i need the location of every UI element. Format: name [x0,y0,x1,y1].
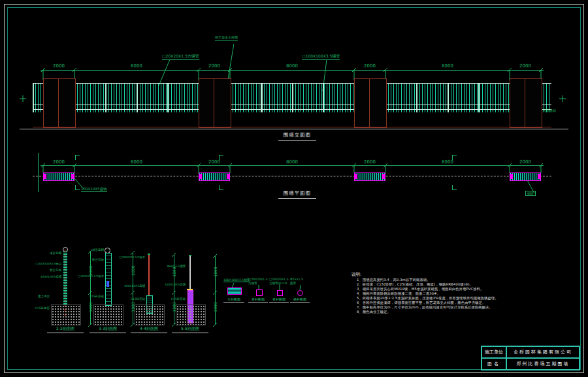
section-cut-mark [452,155,457,160]
ground-line [20,129,568,129]
title-block-label: 图名 [482,358,506,370]
drawing-sheet: 2000 8000 2000 8000 2000 8000 2000 □20X2… [0,0,588,377]
section-callout: C15砼基础 [161,298,186,301]
footing [93,304,123,325]
dim-label: 2000 [360,63,380,69]
brick-base-note: 砖砌基础 [543,108,556,112]
dim-label: 8000 [127,63,146,69]
notes-title: 说明: [351,272,361,278]
tube-cross-section [256,289,263,296]
note-item: 8、颜色由业主确定。 [357,310,391,314]
mini-callout: 方钢管@110 [269,282,287,285]
section-post [148,255,150,295]
plan-pier [43,172,74,181]
dim-label: 8000 [282,63,302,69]
plan-title: 围墙平面图 [278,190,316,199]
section-post [189,256,191,290]
section-cut-mark [75,185,80,190]
plan-pier [354,172,385,181]
section-title: 3-3剖面图 [90,326,126,333]
company-name: 金程园林集团有限公司 [506,346,580,358]
section-callout: 球形盖帽 [34,252,61,255]
section-callout: 100X10X5扁钢 [112,285,145,288]
section-callout: 100X10X5扁钢 [154,284,186,287]
mini-callout: 方钢管 [248,282,257,285]
dim-label: 2000 [49,159,69,165]
section-callout: 100X10X5扁钢 [29,276,61,279]
dim-label: 1800 [213,262,218,282]
dim-label: 8000 [438,63,457,69]
note-item: 2、砼强度：C15(垫层)，C25(基础、压顶、圈梁)，钢筋HRB400级(Φ)… [357,282,473,287]
mini-callout: 100X100X3.5钢管 [223,278,250,282]
brick-pier [354,78,387,128]
note-item: 4、钢构件表面除锈后刷防锈漆二道、面漆二道30#。 [357,291,440,296]
dim-label: 2000 [131,261,136,280]
note-item: 5、砖砌体表面20厚1:2.5水泥砂浆抹面，压顶做3%坡度，所有预埋铁件均需做防… [357,296,498,301]
plan-pier [199,172,230,181]
brick-pier [510,78,542,128]
footing [51,304,81,325]
footing [135,304,165,325]
section-callout: □20X20X1.5方钢管 [67,275,104,278]
drawing-name: 郑州比赛场五期围墙 [506,358,580,370]
section-callout: 铁艺花饰 [76,259,104,262]
note-item: 6、各构件连接处满焊，焊缝表面打磨平整，铁艺花饰见大样图，颜色由甲方确定。 [357,301,485,305]
mini-title: 竖杆断面 [248,297,268,303]
mini-callout: □20X20X1.5 [248,278,268,281]
mini-title: 竖杆断面 [269,297,289,303]
pipe-cross-section [297,290,303,296]
dim-label: 2000 [49,63,69,69]
section-callout: C15砼基础 [120,298,145,301]
section-title: 5-5剖面图 [172,326,208,333]
dim-label: 2000 [515,63,535,69]
mini-callout: Φ25X1.5 [290,278,303,281]
dim-label: 8000 [438,159,457,165]
footing [176,304,206,325]
section-callout: □20X20X1.5方钢管 [108,256,145,259]
flat-steel-callout: 100X10X5扁钢 [81,187,107,192]
section-callout: 球形盖帽 [76,249,104,252]
dim-label: 2000 [360,159,380,165]
elevation-dimension-line [41,70,544,71]
fence-panel-stub-left [33,83,43,112]
section-post [105,253,112,306]
section-callout: 素土夯实 [26,295,50,299]
plan-dimension-line [41,165,544,166]
wall-baseline [33,127,551,127]
section-cut-mark [219,185,223,190]
picket-tube-callout: □20X20X1.5方钢管 [162,54,199,60]
mini-title: 立柱断面 [223,297,244,303]
brick-pier [43,78,76,128]
plan-pier [510,172,541,181]
plan-guide-line [38,153,39,192]
post-tube-callout: □100X100X3.5钢管 [302,54,340,60]
post-cross-section [227,287,242,295]
note-item: 3、砌体采用页岩实心砖MU10级，M5水泥砂浆砌筑，墙面刷白色外墙PVC涂料。 [357,287,484,291]
section-cut-mark [219,155,223,160]
section-callout: C15砼垫层 [24,307,50,310]
section-cut-mark [75,155,80,160]
mini-callout: □20X20X1.5 [269,278,289,281]
note-item: 7、图中标高单位为m，尺寸单位为mm，如有疑问请及时与设计方联系以便协商解决。 [357,305,493,310]
section-title: 4-4剖面图 [131,326,167,333]
brick-callout: 砌砖 [525,191,536,196]
section-title: 2-2剖面图 [47,326,84,333]
title-block: 施工单位 金程园林集团有限公司 图名 郑州比赛场五期围墙 [481,346,580,370]
post-insert [106,281,109,287]
section-callout: C15砼基础 [79,295,104,299]
section-callout: 铁艺花饰 [34,269,61,272]
mini-title: 横杆断面 [290,297,310,303]
iron-flower-callout: 铁艺花见大样图 [215,36,238,41]
dim-label: 2000 [204,159,224,165]
fence-panel [74,83,199,112]
section-callout: Φ60X3.5钢管 [152,265,186,269]
note-item: 1、围墙总高度约3.4，高0.3m以下砖砌基础。 [357,278,431,282]
elevation-title: 围墙立面图 [278,132,316,140]
section-cut-mark [452,185,457,190]
dim-label: 2000 [515,159,535,165]
title-block-label: 施工单位 [482,346,506,358]
tube-cross-section [277,290,283,296]
dim-label: 1000 [213,297,218,317]
mini-callout: 圆管 [290,282,296,285]
dim-label: 8000 [282,159,302,165]
